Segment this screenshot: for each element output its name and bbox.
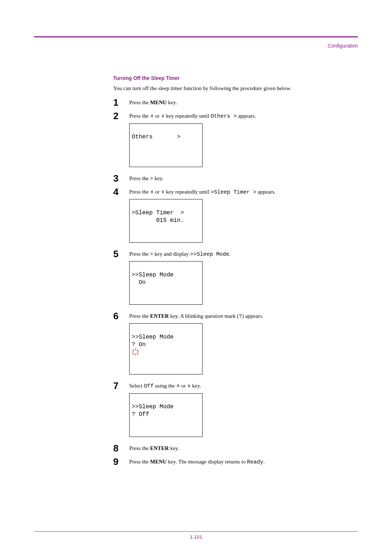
key-name: ENTER bbox=[150, 445, 169, 451]
step-body: Press the ∧ or ∨ key repeatedly until >S… bbox=[129, 187, 275, 247]
down-arrow-icon: ∨ bbox=[161, 113, 165, 118]
display-text: Others > bbox=[211, 113, 237, 119]
step-body: Press the ∧ or ∨ key repeatedly until Ot… bbox=[129, 111, 256, 171]
text: key. bbox=[153, 175, 163, 181]
step-body: Press the > key. bbox=[129, 174, 163, 185]
text: Press the bbox=[129, 313, 150, 319]
display-text: >Sleep Timer > bbox=[211, 189, 256, 195]
step-4: 4 Press the ∧ or ∨ key repeatedly until … bbox=[113, 187, 358, 247]
lcd-display: >Sleep Timer > 015 min. bbox=[129, 199, 203, 243]
step-body: Press the MENU key. bbox=[129, 98, 177, 109]
display-text: Ready bbox=[247, 459, 264, 465]
top-rule bbox=[34, 36, 358, 37]
text: ) appears. bbox=[242, 313, 263, 319]
text: . bbox=[264, 459, 265, 465]
step-number: 3 bbox=[113, 174, 129, 183]
lcd-display: >>Sleep Mode? On bbox=[129, 323, 203, 374]
step-body: Press the ENTER key. bbox=[129, 443, 179, 455]
key-name: MENU bbox=[150, 459, 167, 465]
text: key. bbox=[169, 445, 179, 451]
page-number: 1-101 bbox=[0, 534, 392, 540]
intro-paragraph: You can turn off the sleep timer functio… bbox=[113, 85, 358, 92]
svg-line-6 bbox=[137, 349, 138, 351]
up-arrow-icon: ∧ bbox=[176, 383, 180, 388]
step-number: 8 bbox=[113, 443, 129, 453]
header-section-label: Configuration bbox=[34, 42, 358, 49]
text: appears. bbox=[256, 189, 275, 195]
lcd-line-2: On bbox=[132, 279, 200, 287]
text: Press the bbox=[129, 445, 150, 451]
text: key. The message display returns to bbox=[167, 459, 247, 465]
text: key. A blinking question mark ( bbox=[169, 313, 239, 319]
lcd-line-1: >>Sleep Mode bbox=[132, 333, 200, 341]
step-body: Press the MENU key. The message display … bbox=[129, 457, 265, 469]
bottom-rule bbox=[34, 531, 358, 532]
lcd-line-2: ? Off bbox=[132, 411, 200, 418]
blink-cursor-icon bbox=[132, 333, 139, 340]
text: using the bbox=[154, 383, 176, 389]
text: or bbox=[154, 189, 161, 195]
text: Press the bbox=[129, 459, 150, 465]
text: Select bbox=[129, 383, 144, 389]
step-number: 6 bbox=[113, 311, 129, 321]
key-name: > bbox=[150, 175, 154, 181]
lcd-line-1: >>Sleep Mode bbox=[132, 271, 200, 279]
text: Press the bbox=[129, 113, 150, 119]
key-name: > bbox=[150, 251, 154, 257]
up-arrow-icon: ∧ bbox=[150, 189, 154, 194]
display-text: ? bbox=[239, 313, 242, 320]
text: Press the bbox=[129, 189, 150, 195]
lcd-display: >>Sleep Mode? Off bbox=[129, 393, 203, 437]
step-number: 4 bbox=[113, 187, 129, 197]
step-2: 2 Press the ∧ or ∨ key repeatedly until … bbox=[113, 111, 358, 171]
text: key repeatedly until bbox=[165, 189, 211, 195]
svg-line-5 bbox=[137, 353, 138, 355]
text: . bbox=[229, 251, 231, 257]
text: Press the bbox=[129, 175, 150, 181]
text: or bbox=[154, 113, 161, 119]
lcd-line-2: 015 min. bbox=[132, 217, 200, 224]
step-number: 9 bbox=[113, 457, 129, 466]
text: key. bbox=[167, 100, 177, 105]
step-1: 1 Press the MENU key. bbox=[113, 98, 358, 109]
step-9: 9 Press the MENU key. The message displa… bbox=[113, 457, 358, 469]
step-5: 5 Press the > key and display >>Sleep Mo… bbox=[113, 249, 358, 309]
text: key and display bbox=[153, 251, 190, 257]
text: Press the bbox=[129, 251, 150, 257]
step-8: 8 Press the ENTER key. bbox=[113, 443, 358, 455]
section-heading: Turning Off the Sleep Timer bbox=[113, 75, 358, 82]
step-body: Press the ENTER key. A blinking question… bbox=[129, 311, 263, 379]
step-number: 1 bbox=[113, 98, 129, 107]
display-text: Off bbox=[144, 383, 154, 389]
text: key. bbox=[191, 383, 201, 389]
svg-line-4 bbox=[133, 349, 134, 351]
step-body: Select Off using the ∧ or ∨ key. >>Sleep… bbox=[129, 381, 203, 441]
step-number: 2 bbox=[113, 111, 129, 121]
text: or bbox=[180, 383, 187, 389]
step-body: Press the > key and display >>Sleep Mode… bbox=[129, 249, 231, 309]
step-6: 6 Press the ENTER key. A blinking questi… bbox=[113, 311, 358, 379]
down-arrow-icon: ∨ bbox=[187, 383, 191, 388]
step-number: 7 bbox=[113, 381, 129, 390]
down-arrow-icon: ∨ bbox=[161, 189, 165, 194]
lcd-display: >>Sleep Mode On bbox=[129, 261, 203, 305]
text: Press the bbox=[129, 100, 150, 105]
lcd-line-2 bbox=[132, 141, 200, 149]
lcd-display: Others > bbox=[129, 123, 203, 167]
step-7: 7 Select Off using the ∧ or ∨ key. >>Sle… bbox=[113, 381, 358, 441]
lcd-line-1: >>Sleep Mode bbox=[132, 403, 200, 411]
lcd-line-1: >Sleep Timer > bbox=[132, 209, 200, 217]
text: key repeatedly until bbox=[165, 113, 211, 119]
key-name: ENTER bbox=[150, 313, 169, 319]
lcd-line-1: Others > bbox=[132, 133, 200, 141]
step-number: 5 bbox=[113, 249, 129, 259]
main-content: Turning Off the Sleep Timer You can turn… bbox=[113, 75, 358, 469]
svg-line-7 bbox=[133, 353, 134, 355]
step-3: 3 Press the > key. bbox=[113, 174, 358, 185]
text: appears. bbox=[237, 113, 256, 119]
key-name: MENU bbox=[150, 100, 167, 105]
up-arrow-icon: ∧ bbox=[150, 113, 154, 118]
display-text: >>Sleep Mode bbox=[190, 251, 229, 258]
